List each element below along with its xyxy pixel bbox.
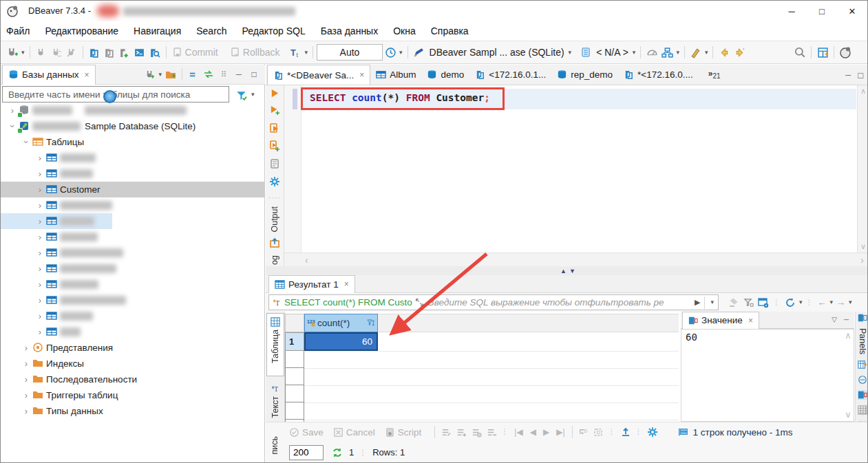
editor-horizontal-scrollbar[interactable]: ‹ › — [284, 252, 868, 266]
maximize-button[interactable]: □ — [807, 1, 837, 21]
results-grid[interactable]: 123 count(*) 1 60 — [285, 312, 679, 422]
tab-demo[interactable]: demo — [421, 65, 469, 85]
reconnect-icon[interactable] — [50, 45, 63, 59]
tree-table-redacted[interactable]: › — [1, 150, 265, 166]
execute-new-tab-icon[interactable] — [270, 105, 280, 118]
refresh-results-icon[interactable] — [783, 296, 797, 310]
new-connection-dropdown[interactable]: ▾ — [21, 50, 25, 56]
view-menu-icon[interactable]: ⠿ — [217, 67, 231, 81]
tab-overflow-indicator[interactable]: »21 — [708, 69, 721, 80]
transaction-log-dropdown[interactable]: ▾ — [399, 50, 403, 56]
maximize-panel-icon[interactable]: □ — [247, 67, 261, 81]
tree-datatypes-folder[interactable]: › Типы данных — [1, 403, 265, 419]
tree-sequences-folder[interactable]: › Последовательности — [1, 372, 265, 387]
compare-icon[interactable] — [689, 45, 703, 59]
close-button[interactable]: ✕ — [837, 1, 867, 21]
tree-table-redacted[interactable]: › — [1, 308, 265, 324]
row-number-cell[interactable]: 1 — [285, 332, 304, 351]
active-schema-dropdown[interactable]: ▾ — [633, 50, 636, 56]
sql-search-icon[interactable] — [148, 45, 162, 59]
compare-dropdown[interactable]: ▾ — [705, 50, 708, 56]
editor-settings-gear-icon[interactable] — [269, 176, 280, 189]
refresh-count-icon[interactable] — [330, 446, 344, 460]
restore-down-icon[interactable]: ▼ — [569, 268, 578, 274]
transaction-mode-dropdown[interactable]: ▾ — [304, 50, 308, 56]
menu-navigate[interactable]: Навигация — [134, 25, 181, 36]
tree-views-folder[interactable]: › Представления — [1, 340, 265, 356]
back-icon[interactable] — [717, 45, 731, 59]
tree-triggers-folder[interactable]: › Триггеры таблиц — [1, 387, 265, 403]
menu-database[interactable]: База данных — [321, 25, 378, 36]
editor-vertical-scrollbar[interactable]: ∧ ∨ — [857, 85, 868, 252]
tree-connection-sample-db[interactable]: › Sample Database (SQLite) — [1, 118, 265, 134]
tab-databases[interactable]: Базы данных × — [2, 65, 96, 85]
presentation-tab-grid[interactable]: Таблица — [266, 313, 284, 376]
new-sql-editor-icon[interactable] — [87, 45, 101, 59]
tree-table-redacted[interactable]: › — [1, 324, 265, 340]
apply-filter-icon[interactable]: ▶ — [695, 299, 700, 306]
export-results-icon[interactable] — [619, 425, 633, 439]
tab-value[interactable]: Значение × — [682, 312, 759, 329]
output-panel-tab[interactable]: Output — [270, 206, 279, 233]
tree-table-customer[interactable]: › Customer — [1, 182, 265, 197]
perspective-icon[interactable] — [816, 45, 829, 59]
tab-sql-172-2[interactable]: *<172.16.0.... — [618, 65, 699, 85]
minimize-panel-icon[interactable]: ─ — [232, 67, 246, 81]
tree-table-redacted[interactable]: › — [1, 277, 265, 292]
panels-icon[interactable] — [858, 313, 867, 323]
menu-search[interactable]: Search — [196, 25, 226, 36]
tree-tables-folder[interactable]: › Таблицы — [1, 134, 265, 150]
result-cell-selected[interactable]: 60 — [304, 332, 378, 351]
value-panel-minimize-icon[interactable]: ─ — [844, 316, 849, 323]
refresh-dropdown[interactable]: ▾ — [799, 299, 803, 305]
custom-filter-icon[interactable] — [741, 296, 755, 310]
er-diagram-icon[interactable] — [660, 45, 674, 59]
tab-close-icon[interactable]: × — [359, 71, 364, 79]
tree-table-redacted[interactable]: › — [1, 229, 265, 245]
tree-table-redacted[interactable]: › — [1, 245, 265, 261]
tab-rep-demo[interactable]: rep_demo — [551, 65, 618, 85]
forward-icon[interactable] — [732, 45, 746, 59]
value-scrollbar[interactable]: ∧ ∨ — [843, 331, 853, 419]
results-settings-gear-icon[interactable] — [646, 425, 659, 439]
log-panel-tab[interactable]: og — [270, 255, 279, 265]
minimize-button[interactable]: ─ — [776, 1, 807, 21]
minimize-editor-icon[interactable]: ─ — [845, 72, 851, 79]
new-sql-script-icon[interactable] — [118, 45, 131, 59]
connect-icon[interactable] — [34, 45, 48, 59]
active-connection-combo[interactable]: DBeaver Sampl ... ase (SQLite) — [430, 47, 564, 58]
grid-corner-cell[interactable] — [285, 314, 304, 332]
value-viewer-toggle-icon[interactable] — [858, 390, 867, 400]
presentation-record-label[interactable]: пись — [270, 436, 279, 455]
tab-close-icon[interactable]: × — [344, 280, 349, 288]
transaction-log-icon[interactable] — [383, 45, 397, 59]
tab-databases-close-icon[interactable]: × — [85, 71, 89, 79]
navigator-filter-dropdown[interactable]: ▾ — [251, 91, 255, 98]
sql-editor-content[interactable] — [284, 85, 857, 252]
panel-new-connection-dropdown[interactable]: ▾ — [158, 72, 162, 78]
collapse-all-icon[interactable] — [187, 67, 200, 81]
execute-script-icon[interactable] — [269, 122, 280, 136]
execute-statement-icon[interactable] — [270, 88, 280, 100]
tab-album[interactable]: Album — [370, 65, 421, 85]
tab-sql-172-1[interactable]: <172.16.0.1... — [469, 65, 551, 85]
editor-results-splitter[interactable]: ▲▼ — [266, 266, 868, 275]
value-panel-menu-icon[interactable]: ▽ — [832, 316, 837, 323]
menu-sql-editor[interactable]: Редактор SQL — [242, 25, 306, 36]
explain-plan-icon[interactable] — [269, 158, 280, 171]
tree-table-redacted[interactable]: › — [1, 261, 265, 277]
aggregate-panel-icon[interactable] — [858, 405, 867, 415]
panel-new-connection-icon[interactable] — [142, 67, 156, 81]
search-icon[interactable] — [793, 45, 807, 59]
tree-table-redacted[interactable]: › — [1, 292, 265, 308]
dbeaver-perspective-icon[interactable] — [838, 45, 852, 59]
fetch-size-input[interactable] — [289, 445, 324, 460]
menu-edit[interactable]: Редактирование — [45, 25, 118, 36]
disconnect-icon[interactable] — [65, 45, 78, 59]
new-folder-icon[interactable] — [164, 67, 178, 81]
tab-result-1[interactable]: Результат 1 × — [268, 275, 355, 293]
expand-filter-icon[interactable] — [415, 298, 424, 307]
active-schema-combo[interactable]: < N/A > — [596, 47, 628, 58]
execute-script-new-tab-icon[interactable] — [269, 140, 280, 153]
link-with-editor-icon[interactable] — [202, 67, 215, 81]
